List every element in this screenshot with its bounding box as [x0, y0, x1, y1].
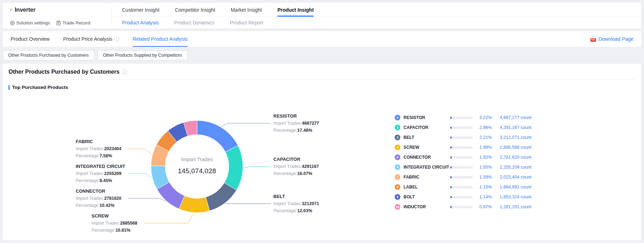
- legend-progress-bar: [450, 126, 473, 129]
- legend-row: 5 CONNECTOR 1.92% 2,781,620 count: [395, 154, 532, 161]
- panel-info-icon[interactable]: i: [122, 69, 127, 74]
- legend-row: 9 BOLT 1.14% 1,653,324 count: [395, 193, 532, 200]
- donut-callout-label: FABRIC Import Trades:2023404 Percentage:…: [76, 138, 121, 159]
- legend-row: 3 BELT 2.21% 3,212,071 count: [395, 134, 532, 141]
- rank-badge: 3: [395, 135, 400, 140]
- view-toggle-button[interactable]: Other Products Purchased by Customers: [3, 50, 94, 60]
- legend-product-name: BOLT: [404, 194, 450, 199]
- solution-settings-button[interactable]: Solution settings: [10, 20, 50, 26]
- main-tab[interactable]: Product Insight: [277, 3, 314, 17]
- legend-percentage: 2.21%: [476, 135, 492, 140]
- legend-progress-bar: [450, 146, 473, 149]
- legend-progress-bar: [450, 166, 473, 169]
- callout-import-trades: Import Trades:2255209: [76, 170, 125, 177]
- secondary-tab[interactable]: Product Price Analysis i: [63, 31, 119, 47]
- donut-callout-label: SCREW Import Trades:2885568 Percentage:1…: [92, 213, 137, 234]
- callout-leader-line: [128, 174, 152, 178]
- top-purchased-products-chart: Import Trades 145,074,028 RESISTOR Impor…: [8, 92, 636, 236]
- legend-row: 7 FABRIC 1.39% 2,023,404 count: [395, 174, 532, 181]
- legend-percentage: 3.22%: [476, 115, 492, 120]
- donut-callout-label: BELT Import Trades:3212071 Percentage:12…: [273, 193, 319, 214]
- legend-percentage: 0.87%: [476, 204, 492, 209]
- callout-import-trades: Import Trades:2023404: [76, 145, 121, 152]
- callout-product-name: SCREW: [92, 213, 137, 220]
- main-panel: Other Products Purchased by Customers i …: [3, 64, 641, 240]
- callout-percentage: Percentage:7.58%: [76, 152, 121, 159]
- legend-progress-bar: [450, 186, 473, 188]
- legend-count: 4,667,277 count: [500, 115, 532, 120]
- callout-product-name: CAPACITOR: [273, 156, 319, 163]
- legend-row: 4 SCREW 1.99% 2,885,568 count: [395, 144, 532, 151]
- legend-percentage: 2.96%: [476, 125, 492, 130]
- section-title: Top Purchased Products: [12, 85, 68, 90]
- trade-record-button[interactable]: Trade Record: [56, 20, 90, 26]
- back-icon[interactable]: ‹: [10, 6, 12, 13]
- callout-leader-line: [244, 166, 271, 168]
- legend-percentage: 1.92%: [476, 155, 492, 160]
- callout-percentage: Percentage:16.07%: [273, 170, 319, 177]
- callout-import-trades: Import Trades:4291167: [273, 163, 319, 170]
- info-icon[interactable]: i: [114, 36, 119, 41]
- donut-callout-label: CONNECTOR Import Trades:2781620 Percenta…: [76, 188, 121, 209]
- legend-product-name: CAPACITOR: [404, 125, 450, 130]
- legend-progress-bar: [450, 117, 473, 119]
- header-left: ‹ Inverter Solution settings Trade Recor…: [3, 3, 111, 28]
- main-tab[interactable]: Competitor Insight: [175, 3, 215, 17]
- header-tabs-block: Customer InsightCompetitor InsightMarket…: [111, 3, 641, 28]
- legend-row: 2 CAPACITOR 2.96% 4,291,167 count: [395, 124, 532, 131]
- view-toggle-button[interactable]: Other Products Supplied by Competitors: [98, 50, 187, 60]
- callout-leader-line: [221, 123, 271, 126]
- legend-row: 6 INTEGRATED CIRCUIT 1.55% 2,255,209 cou…: [395, 164, 532, 171]
- download-page-label: Download Page: [598, 36, 633, 42]
- panel-title: Other Products Purchased by Customers: [8, 69, 120, 75]
- panel-divider: [8, 79, 636, 80]
- rank-badge: 4: [395, 145, 400, 150]
- main-tab[interactable]: Market Insight: [231, 3, 262, 17]
- callout-import-trades: Import Trades:2885568: [92, 220, 137, 227]
- settings-icon: [10, 21, 15, 26]
- legend-count: 2,781,620 count: [500, 155, 532, 160]
- legend-progress-bar: [450, 136, 473, 139]
- legend-count: 3,212,071 count: [500, 135, 532, 140]
- legend-product-name: FABRIC: [404, 175, 450, 180]
- legend-progress-bar: [450, 176, 473, 179]
- secondary-tab[interactable]: Related Product Analysis: [133, 31, 188, 47]
- sub-tab[interactable]: Product Dynamics: [174, 20, 215, 26]
- legend-percentage: 1.14%: [476, 194, 492, 199]
- legend-product-name: SCREW: [404, 145, 450, 150]
- rank-badge: 6: [395, 164, 400, 170]
- secondary-tab[interactable]: Product Overview: [11, 31, 50, 47]
- callout-percentage: Percentage:10.81%: [92, 227, 137, 234]
- callout-product-name: CONNECTOR: [76, 188, 121, 195]
- callout-import-trades: Import Trades:4667277: [273, 120, 319, 127]
- legend-percentage: 1.55%: [476, 165, 492, 170]
- legend-count: 1,653,324 count: [500, 194, 532, 199]
- legend-product-name: INDUCTOR: [404, 204, 450, 209]
- legend-count: 2,885,568 count: [500, 145, 532, 150]
- sub-tab[interactable]: Product Report: [230, 20, 263, 26]
- callout-product-name: RESISTOR: [273, 113, 319, 120]
- trade-record-icon: [56, 21, 61, 26]
- pdf-icon: PDF: [590, 36, 596, 42]
- callout-product-name: BELT: [273, 193, 319, 200]
- section-accent-bar: [8, 85, 10, 90]
- legend-product-name: CONNECTOR: [404, 155, 450, 160]
- donut-center-label: Import Trades: [162, 157, 232, 162]
- rank-badge: 7: [395, 174, 400, 180]
- callout-leader-line: [144, 213, 194, 223]
- page: ‹ Inverter Solution settings Trade Recor…: [0, 3, 644, 243]
- legend-product-name: INTEGRATED CIRCUIT: [404, 165, 450, 170]
- callout-percentage: Percentage:12.03%: [273, 207, 319, 214]
- callout-percentage: Percentage:10.42%: [76, 202, 121, 209]
- donut-slice-resistor: [197, 120, 238, 152]
- main-tab[interactable]: Customer Insight: [122, 3, 159, 17]
- rank-badge: 5: [395, 154, 400, 160]
- donut-center-text: Import Trades 145,074,028: [162, 157, 232, 175]
- legend-progress-bar: [450, 156, 473, 159]
- rank-badge: 10: [395, 204, 400, 210]
- callout-leader-line: [128, 149, 152, 155]
- download-page-button[interactable]: PDF Download Page: [590, 31, 633, 47]
- sub-tab[interactable]: Product Analysis: [122, 20, 159, 26]
- header: ‹ Inverter Solution settings Trade Recor…: [3, 3, 641, 28]
- legend-progress-bar: [450, 206, 473, 208]
